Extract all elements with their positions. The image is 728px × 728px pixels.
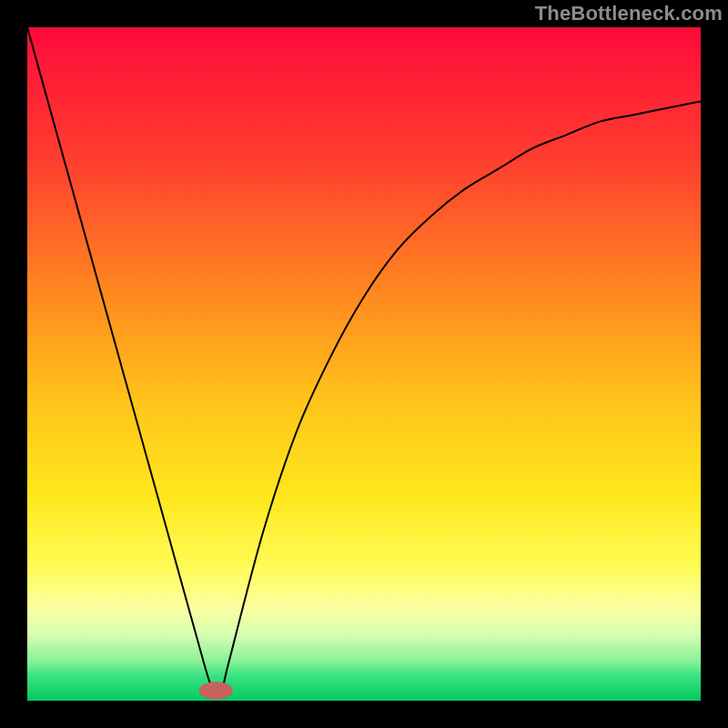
bottleneck-chart (27, 27, 701, 701)
min-marker (199, 682, 233, 699)
watermark-text: TheBottleneck.com (535, 2, 723, 25)
chart-frame: TheBottleneck.com (0, 0, 728, 728)
chart-background (27, 27, 701, 701)
